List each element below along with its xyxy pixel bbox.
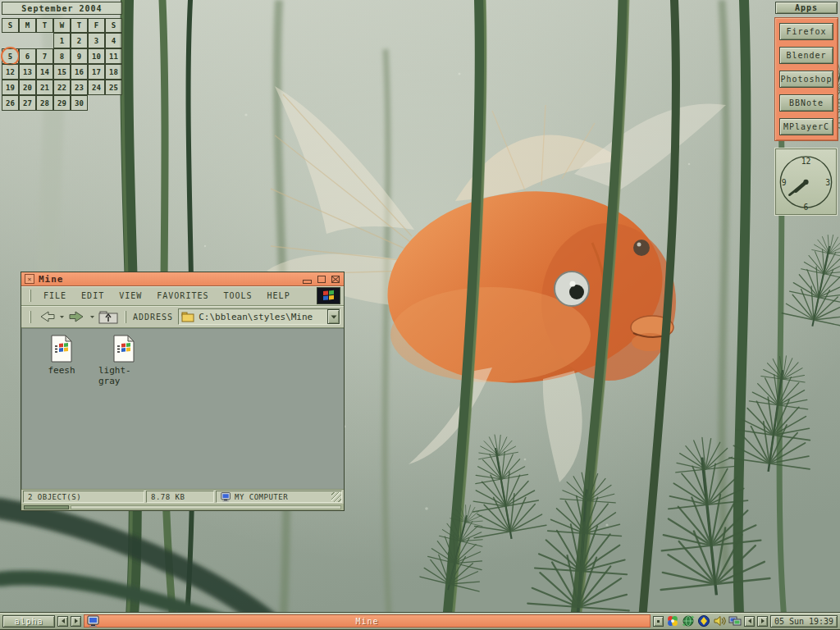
maximize-button[interactable] (316, 274, 326, 284)
desktop: September 2004 S M T W T F S 1 2 3 4 5 6… (0, 0, 840, 630)
active-task-button[interactable]: Mine (84, 614, 651, 628)
clock-number-9: 9 (782, 178, 787, 187)
minimize-button[interactable] (302, 274, 313, 284)
address-dropdown-button[interactable] (327, 309, 340, 324)
toolbar-grip[interactable] (30, 290, 31, 302)
file-name: light-gray (98, 365, 149, 386)
calendar-day (105, 95, 122, 111)
window-resize-grip[interactable] (331, 492, 341, 502)
network-computers-tray-icon[interactable] (728, 614, 742, 628)
calendar-title: September 2004 (2, 2, 122, 15)
style-file-icon (49, 335, 74, 363)
tray-collapse-button[interactable] (653, 616, 664, 627)
clock-minute-hand (790, 182, 806, 195)
calendar-day: 20 (19, 80, 36, 95)
menubar: FILE EDIT VIEW FAVORITES TOOLS HELP (21, 286, 344, 306)
dock-button-blender[interactable]: Blender (779, 47, 833, 64)
statusbar: 2 OBJECT(S) 8.78 KB MY COMPUTER (21, 490, 344, 504)
my-computer-icon (221, 491, 231, 502)
taskbar-clock[interactable]: 05 Sun 19:39 (770, 615, 838, 628)
windows-pinwheel-tray-icon[interactable] (666, 614, 679, 628)
close-button[interactable] (330, 274, 340, 284)
calendar-day-header: M (19, 18, 36, 33)
calendar-day: 18 (105, 64, 122, 80)
calendar-day: 25 (105, 80, 122, 95)
navigation-toolbar: ADDRESS C:\bblean\styles\Mine (21, 306, 344, 328)
workspace-button[interactable]: alpha (2, 615, 55, 628)
calendar-day: 9 (71, 48, 88, 64)
calendar-day-header: S (2, 18, 19, 33)
calendar-day: 7 (36, 48, 53, 64)
file-item[interactable]: light-gray (98, 335, 149, 386)
workspace-prev-button[interactable] (57, 616, 68, 627)
calendar-day: 24 (88, 80, 105, 95)
calendar-day: 21 (36, 80, 53, 95)
calendar-day (36, 33, 53, 48)
horizontal-scrollbar-thumb[interactable] (24, 505, 69, 509)
calendar-day: 12 (2, 64, 19, 80)
address-combobox[interactable]: C:\bblean\styles\Mine (178, 308, 340, 325)
menu-tools[interactable]: TOOLS (216, 291, 259, 300)
calendar-day: 10 (88, 48, 105, 64)
calendar-day-today: 5 (2, 48, 19, 64)
forward-button[interactable] (66, 310, 88, 323)
menu-view[interactable]: VIEW (112, 291, 149, 300)
diamond-app-tray-icon[interactable] (697, 614, 710, 628)
windows-logo-throbber (317, 287, 340, 304)
caret-down-icon (89, 315, 95, 319)
calendar-day: 2 (71, 33, 88, 48)
calendar-day: 14 (36, 64, 53, 80)
calendar-day-header: S (105, 18, 122, 33)
style-file-icon (112, 335, 136, 363)
up-folder-button[interactable] (97, 309, 120, 324)
address-label: ADDRESS (133, 313, 173, 322)
back-button[interactable] (36, 310, 57, 323)
toolbar-grip[interactable] (125, 311, 126, 323)
explorer-window: ✕ Mine FILE EDIT VIEW FAVORITES TOOLS HE… (21, 272, 345, 511)
clock-hub (803, 180, 808, 185)
status-location-label: MY COMPUTER (235, 493, 288, 501)
system-menu-icon[interactable]: ✕ (25, 274, 34, 284)
calendar-day: 22 (53, 80, 71, 95)
menu-help[interactable]: HELP (260, 291, 298, 300)
dock-button-mplayerc[interactable]: MPlayerC (779, 118, 833, 135)
status-location: MY COMPUTER (216, 491, 342, 503)
horizontal-scrollbar-track[interactable] (71, 505, 341, 509)
caret-down-icon (59, 315, 65, 319)
dock-button-bbnote[interactable]: BBNote (779, 94, 833, 112)
caret-down-icon (331, 315, 337, 319)
tray-scroll-right-button[interactable] (757, 616, 768, 627)
tray-scroll-left-button[interactable] (744, 616, 755, 627)
menu-edit[interactable]: EDIT (74, 291, 112, 300)
toolbar-grip[interactable] (30, 311, 31, 323)
calendar-day: 8 (53, 48, 71, 64)
window-bottom-bar (21, 504, 344, 510)
clock-number-3: 3 (825, 178, 830, 187)
globe-sync-tray-icon[interactable] (682, 614, 695, 628)
calendar-day: 1 (53, 33, 71, 48)
status-size: 8.78 KB (146, 491, 214, 503)
calendar-day: 11 (105, 48, 122, 64)
forward-dropdown-button[interactable] (88, 315, 97, 319)
apps-dock: Apps Firefox Blender Photoshop BBNote MP… (774, 2, 838, 141)
workspace-next-button[interactable] (71, 616, 81, 627)
dock-button-photoshop[interactable]: Photoshop (779, 71, 833, 88)
menu-favorites[interactable]: FAVORITES (149, 291, 216, 300)
calendar-day (19, 33, 36, 48)
calendar-day: 17 (88, 64, 105, 80)
status-object-count: 2 OBJECT(S) (23, 491, 144, 503)
address-value[interactable]: C:\bblean\styles\Mine (199, 312, 323, 322)
titlebar-buttons (302, 274, 340, 284)
dock-button-firefox[interactable]: Firefox (779, 23, 833, 40)
file-item[interactable]: feesh (36, 335, 87, 376)
calendar-day: 3 (88, 33, 105, 48)
calendar-day: 30 (71, 95, 88, 111)
menu-file[interactable]: FILE (36, 291, 74, 300)
file-list-view[interactable]: feesh light-gray (21, 328, 344, 490)
calendar-day: 29 (53, 95, 71, 111)
volume-tray-icon[interactable] (713, 614, 726, 628)
titlebar[interactable]: ✕ Mine (21, 272, 344, 286)
back-dropdown-button[interactable] (57, 315, 66, 319)
forward-arrow-icon (68, 310, 86, 323)
clock-number-6: 6 (804, 203, 809, 212)
